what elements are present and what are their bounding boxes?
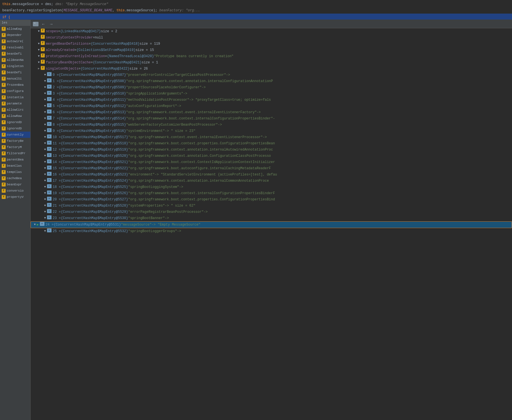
expand-arrow-28[interactable]: ▼ [43,203,47,209]
expand-arrow-24[interactable]: ▼ [43,178,47,184]
expand-arrow-4[interactable]: ▼ [37,53,41,59]
expand-arrow-22[interactable]: ▼ [43,166,47,171]
tree-item-21[interactable]: ▼≡14 = {ConcurrentHashMap$MapEntry@5521}… [31,159,512,165]
expand-arrow-20[interactable]: ▼ [43,153,47,159]
tree-item-11[interactable]: ▼≡4 = {ConcurrentHashMap$MapEntry@5511} … [31,97,512,103]
sidebar-item-4[interactable]: fbeanDefi [0,51,30,57]
sidebar-item-14[interactable]: fallowRaw [0,113,30,119]
tree-item-24[interactable]: ▼≡17 = {ConcurrentHashMap$MapEntry@5524}… [31,178,512,184]
tree-item-2[interactable]: ▼fmergedBeanDefinitions = {ConcurrentHas… [31,41,512,47]
expand-arrow-19[interactable]: ▼ [43,147,47,153]
main-tree-area[interactable]: ← → ▼fscopes = {LinkedHashMap@3417} size… [31,20,512,420]
tree-item-17[interactable]: ▼≡10 = {ConcurrentHashMap$MapEntry@5517}… [31,134,512,140]
sidebar-item-6[interactable]: fsingleton [0,63,30,69]
tree-type-7: {ConcurrentHashMap$MapEntry@5507} [59,72,126,78]
tree-item-18[interactable]: ▼≡11 = {ConcurrentHashMap$MapEntry@5518}… [31,140,512,147]
sidebar-label-0: allowEag [7,26,22,31]
tree-item-7[interactable]: ▼≡0 = {ConcurrentHashMap$MapEntry@5507} … [31,72,512,78]
sidebar-item-15[interactable]: fignoredD [0,119,30,125]
expand-arrow-32[interactable]: ▼ [43,228,47,234]
sidebar-item-16[interactable]: fignoredD [0,125,30,132]
sidebar-item-5[interactable]: fallBeanNa [0,57,30,63]
tree-item-29[interactable]: ▼≡22 = {ConcurrentHashMap$MapEntry@5529}… [31,209,512,215]
tree-item-0[interactable]: ▼fscopes = {LinkedHashMap@3417} size = 2 [31,28,512,35]
sidebar-item-11[interactable]: finstantia [0,94,30,100]
expand-arrow-3[interactable]: ▼ [37,47,41,53]
expand-arrow-27[interactable]: ▼ [43,197,47,202]
tree-item-22[interactable]: ▼≡15 = {ConcurrentHashMap$MapEntry@5522}… [31,165,512,172]
expand-arrow-23[interactable]: ▼ [43,172,47,177]
tree-item-23[interactable]: ▼≡16 = {ConcurrentHashMap$MapEntry@5523}… [31,172,512,178]
expand-arrow-10[interactable]: ▼ [43,91,47,97]
tree-item-27[interactable]: ▼≡20 = {ConcurrentHashMap$MapEntry@5527}… [31,196,512,203]
sidebar-item-26[interactable]: fconversio [0,188,30,194]
expand-arrow-5[interactable]: ▼ [37,60,41,65]
back-button[interactable]: ← [40,21,46,27]
sidebar-item-7[interactable]: fbeanDefi [0,69,30,76]
expand-arrow-12[interactable]: ▼ [43,103,47,109]
expand-arrow-15[interactable]: ▼ [43,122,47,128]
expand-arrow-6[interactable]: ▶ [37,66,41,72]
tree-item-5[interactable]: ▼ffactoryBeanObjectCache = {ConcurrentHa… [31,59,512,66]
sidebar-item-27[interactable]: fpropertyV [0,194,30,200]
expand-arrow-8[interactable]: ▼ [43,78,47,84]
sidebar-item-20[interactable]: ffilteredPr [0,150,30,157]
sidebar-item-24[interactable]: fcacheBea [0,175,30,181]
sidebar-item-13[interactable]: fallowCirc [0,107,30,113]
sidebar-item-0[interactable]: fallowEag [0,26,30,32]
sidebar-item-22[interactable]: fbeanClas [0,163,30,169]
expand-arrow-18[interactable]: ▼ [43,141,47,146]
tree-item-28[interactable]: ▼≡21 = {ConcurrentHashMap$MapEntry@5528}… [31,203,512,209]
sidebar-item-19[interactable]: ffactoryM [0,144,30,150]
tree-item-26[interactable]: ▼≡19 = {ConcurrentHashMap$MapEntry@5526}… [31,190,512,196]
tree-item-30[interactable]: ▼≡23 = {ConcurrentHashMap$MapEntry@5530}… [31,215,512,221]
expand-arrow-31[interactable]: ▼ [33,222,37,228]
expand-arrow-2[interactable]: ▼ [37,41,41,47]
expand-arrow-14[interactable]: ▼ [43,116,47,121]
tree-item-19[interactable]: ▼≡12 = {ConcurrentHashMap$MapEntry@5519}… [31,147,512,153]
expand-arrow-30[interactable]: ▼ [43,215,47,221]
tree-item-20[interactable]: ▼≡13 = {ConcurrentHashMap$MapEntry@5520}… [31,153,512,159]
sidebar-item-21[interactable]: fparentBea [0,157,30,163]
sidebar-item-9[interactable]: ffrozenBea [0,82,30,88]
tree-item-31[interactable]: ▼▶≡24 = {ConcurrentHashMap$MapEntry@5531… [31,221,512,228]
expand-arrow-26[interactable]: ▼ [43,190,47,196]
expand-arrow-29[interactable]: ▼ [43,209,47,215]
sidebar-item-18[interactable]: ffactoryBe [0,138,30,144]
tree-item-9[interactable]: ▼≡2 = {ConcurrentHashMap$MapEntry@5509} … [31,84,512,91]
sidebar-item-10[interactable]: fconfigura [0,88,30,94]
tree-item-3[interactable]: ▼falreadyCreated = {Collections$SetFromM… [31,47,512,53]
tree-item-16[interactable]: ▼≡9 = {ConcurrentHashMap$MapEntry@5516} … [31,128,512,134]
tree-item-32[interactable]: ▼≡25 = {ConcurrentHashMap$MapEntry@5532}… [31,228,512,234]
sidebar-item-2[interactable]: fautowire( [0,38,30,44]
tree-item-10[interactable]: ▼≡3 = {ConcurrentHashMap$MapEntry@5510} … [31,91,512,97]
expand-arrow-7[interactable]: ▼ [43,72,47,78]
expand-arrow-25[interactable]: ▼ [43,184,47,190]
tree-item-12[interactable]: ▼≡5 = {ConcurrentHashMap$MapEntry@5512} … [31,103,512,109]
expand-arrow-17[interactable]: ▼ [43,134,47,140]
sidebar-item-3[interactable]: fresolvabl [0,44,30,51]
forward-button[interactable]: → [48,21,54,27]
tree-item-15[interactable]: ▼≡8 = {ConcurrentHashMap$MapEntry@5515} … [31,122,512,128]
expand-arrow-0[interactable]: ▼ [37,29,41,34]
expand-arrow-21[interactable]: ▼ [43,159,47,165]
sidebar-item-12[interactable]: fparamete [0,100,30,107]
expand-arrow-16[interactable]: ▼ [43,128,47,134]
tree-item-1[interactable]: fsecurityContextProvider = null [31,35,512,41]
tree-item-25[interactable]: ▼≡18 = {ConcurrentHashMap$MapEntry@5525}… [31,184,512,190]
tree-item-14[interactable]: ▼≡7 = {ConcurrentHashMap$MapEntry@5514} … [31,115,512,122]
sidebar-item-17[interactable]: fcurrently [0,132,30,138]
expand-arrow-13[interactable]: ▼ [43,110,47,115]
tree-item-4[interactable]: ▼fprototypesCurrentlyInCreation = {Named… [31,53,512,59]
sidebar-item-8[interactable]: fmanualSi [0,76,30,82]
tree-item-8[interactable]: ▼≡1 = {ConcurrentHashMap$MapEntry@5508} … [31,78,512,84]
tree-item-13[interactable]: ▼≡6 = {ConcurrentHashMap$MapEntry@5513} … [31,109,512,115]
sidebar-item-25[interactable]: fbeanExpr [0,181,30,188]
tree-item-6[interactable]: ▶fsingletonObjects = {ConcurrentHashMap@… [31,66,512,72]
sidebar-item-1[interactable]: fdepender [0,32,30,38]
expand-arrow-11[interactable]: ▼ [43,97,47,103]
sidebar-item-23[interactable]: ftempClas [0,169,30,175]
expand-arrow-9[interactable]: ▼ [43,85,47,90]
play-button-icon[interactable]: ▶ [37,222,39,228]
field-icon-16: f [2,127,6,130]
